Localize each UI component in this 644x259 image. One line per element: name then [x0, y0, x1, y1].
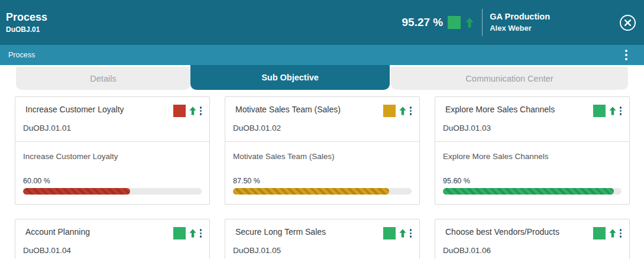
card-body: Motivate Sales Team (Sales) 87.50 % [225, 141, 419, 204]
status-square-icon [383, 105, 396, 117]
card-title: Secure Long Term Sales [233, 227, 326, 237]
card-header: Choose best Vendors/Products DuOBJ.01.06 [435, 219, 629, 259]
progress-bar [233, 188, 412, 195]
vertical-divider [482, 9, 483, 36]
tab-communication-center[interactable]: Communication Center [391, 67, 628, 90]
trend-up-icon [465, 18, 474, 28]
objective-card[interactable]: Choose best Vendors/Products DuOBJ.01.06 [435, 219, 630, 259]
objective-card[interactable]: Secure Long Term Sales DuOBJ.01.05 [225, 219, 420, 259]
score-block: 95.27 % [402, 16, 474, 29]
card-title: Choose best Vendors/Products [443, 227, 559, 237]
card-title: Motivate Sales Team (Sales) [233, 105, 341, 114]
card-code: DuOBJ.01.04 [23, 246, 202, 255]
card-header: Motivate Sales Team (Sales) DuOBJ.01.02 [225, 97, 419, 141]
card-body: Increase Customer Loyalty 60.00 % [15, 141, 209, 204]
kebab-menu-icon[interactable] [410, 229, 412, 238]
card-code: DuOBJ.01.01 [23, 124, 202, 132]
progress-percent-label: 95.60 % [443, 177, 622, 185]
close-icon[interactable] [620, 15, 636, 31]
trend-up-icon [609, 229, 616, 238]
trend-up-icon [609, 106, 616, 115]
status-square-icon [383, 227, 396, 239]
context-title: GA Production [490, 11, 550, 23]
tab-sub-objective[interactable]: Sub Objective [190, 65, 390, 90]
progress-bar-fill [233, 188, 389, 195]
card-code: DuOBJ.01.03 [443, 124, 622, 132]
status-square-icon [593, 227, 606, 239]
page-subtitle: DuOBJ.01 [6, 25, 47, 34]
score-value: 95.27 % [402, 16, 444, 29]
card-description: Explore More Sales Channels [443, 152, 622, 161]
status-square-icon [173, 227, 186, 239]
kebab-menu-icon[interactable] [620, 229, 622, 238]
kebab-menu-icon[interactable] [625, 50, 627, 60]
progress-percent-label: 87.50 % [233, 177, 412, 185]
card-title: Explore More Sales Channels [443, 105, 555, 114]
card-body: Explore More Sales Channels 95.60 % [435, 141, 629, 204]
progress-bar [23, 188, 202, 195]
kebab-menu-icon[interactable] [200, 106, 202, 115]
objective-card[interactable]: Account Planning DuOBJ.01.04 [15, 219, 210, 259]
objective-card[interactable]: Motivate Sales Team (Sales) DuOBJ.01.02 … [225, 96, 420, 205]
page-title: Process [6, 11, 47, 24]
status-square-icon [593, 105, 606, 117]
title-block: Process DuOBJ.01 [6, 11, 47, 35]
card-title: Increase Customer Loyalty [23, 105, 124, 114]
kebab-menu-icon[interactable] [410, 106, 412, 115]
breadcrumb[interactable]: Process [8, 51, 35, 59]
objective-cards-grid: Increase Customer Loyalty DuOBJ.01.01 In… [15, 96, 630, 259]
progress-bar [443, 188, 622, 195]
header-right: 95.27 % GA Production Alex Weber [402, 9, 636, 36]
trend-up-icon [189, 106, 196, 115]
context-user: Alex Weber [490, 23, 550, 34]
card-code: DuOBJ.01.02 [233, 124, 412, 132]
trend-up-icon [189, 229, 196, 238]
card-header: Secure Long Term Sales DuOBJ.01.05 [225, 219, 419, 259]
tab-details[interactable]: Details [16, 67, 190, 90]
status-square-icon [448, 16, 461, 29]
card-description: Increase Customer Loyalty [23, 152, 202, 161]
tabs-row: Details Sub Objective Communication Cent… [0, 65, 644, 90]
kebab-menu-icon[interactable] [200, 229, 202, 238]
trend-up-icon [399, 229, 406, 238]
kebab-menu-icon[interactable] [620, 106, 622, 115]
context-block: GA Production Alex Weber [490, 11, 550, 34]
card-header: Increase Customer Loyalty DuOBJ.01.01 [15, 97, 209, 141]
progress-percent-label: 60.00 % [23, 177, 202, 185]
progress-bar-fill [23, 188, 130, 195]
app-header: Process DuOBJ.01 95.27 % GA Production A… [0, 0, 644, 45]
card-title: Account Planning [23, 227, 90, 237]
objective-card[interactable]: Explore More Sales Channels DuOBJ.01.03 … [435, 96, 630, 205]
trend-up-icon [399, 106, 406, 115]
status-square-icon [173, 105, 186, 117]
card-code: DuOBJ.01.05 [233, 246, 412, 255]
breadcrumb-bar: Process [0, 45, 644, 65]
progress-bar-fill [443, 188, 614, 195]
objective-card[interactable]: Increase Customer Loyalty DuOBJ.01.01 In… [15, 96, 210, 205]
card-header: Explore More Sales Channels DuOBJ.01.03 [435, 97, 629, 141]
card-header: Account Planning DuOBJ.01.04 [15, 219, 209, 259]
card-description: Motivate Sales Team (Sales) [233, 152, 412, 161]
card-code: DuOBJ.01.06 [443, 246, 622, 255]
